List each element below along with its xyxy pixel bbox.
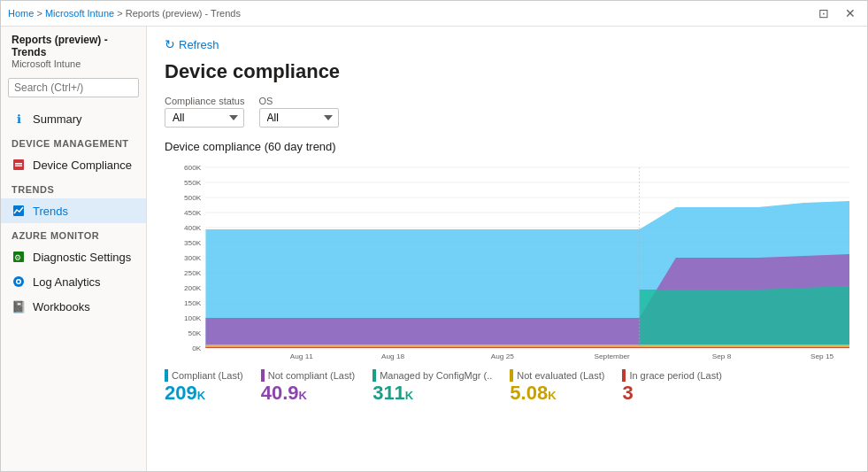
chart-container: 600K 550K 500K 450K 400K 350K <box>165 159 849 362</box>
sidebar-section-trends: Trends <box>1 177 146 198</box>
svg-text:400K: 400K <box>184 224 202 232</box>
svg-text:500K: 500K <box>184 194 202 202</box>
svg-text:550K: 550K <box>184 179 202 187</box>
chart-svg: 600K 550K 500K 450K 400K 350K <box>165 159 849 362</box>
sidebar-item-diagnostic-settings[interactable]: ⚙ Diagnostic Settings <box>1 244 146 269</box>
svg-text:0K: 0K <box>192 344 202 352</box>
sidebar-nav: ℹ Summary Device management Device Compl… <box>1 103 146 471</box>
sidebar-item-summary[interactable]: ℹ Summary <box>1 106 146 131</box>
compliance-filter-label: Compliance status <box>165 96 245 106</box>
device-compliance-icon <box>12 158 26 172</box>
sidebar-item-label: Diagnostic Settings <box>33 251 131 264</box>
breadcrumb-current: Reports (preview) - Trends <box>126 8 241 19</box>
svg-rect-2 <box>15 166 22 167</box>
sidebar-item-label: Log Analytics <box>33 275 101 289</box>
compliance-status-select[interactable]: All Compliant Not compliant <box>165 108 244 128</box>
svg-text:Aug 18: Aug 18 <box>381 352 405 360</box>
legend-grace-period: In grace period (Last) 3 <box>622 369 722 405</box>
x-axis: Aug 11 Aug 18 Aug 25 September Sep 8 Sep… <box>290 352 834 360</box>
sidebar-item-label: Device Compliance <box>33 159 132 172</box>
sidebar-item-log-analytics[interactable]: Log Analytics <box>1 269 146 294</box>
sidebar-item-workbooks[interactable]: 📓 Workbooks <box>1 294 146 319</box>
filters: Compliance status All Compliant Not comp… <box>165 96 849 128</box>
breadcrumb-home[interactable]: Home <box>8 8 34 19</box>
legend-managed-value: 311K <box>373 382 492 405</box>
sidebar-item-trends[interactable]: Trends <box>1 198 146 223</box>
svg-text:450K: 450K <box>184 209 202 217</box>
legend-not-evaluated-value: 5.08K <box>510 382 604 405</box>
refresh-label: Refresh <box>179 38 219 51</box>
svg-text:300K: 300K <box>184 254 202 262</box>
legend-not-evaluated-label: Not evaluated (Last) <box>510 369 604 382</box>
diagnostic-icon: ⚙ <box>12 250 26 264</box>
window-minimize-button[interactable]: ⊡ <box>814 4 833 22</box>
refresh-button[interactable]: ↻ Refresh <box>165 37 219 51</box>
svg-text:⚙: ⚙ <box>14 253 21 262</box>
svg-rect-1 <box>15 163 22 165</box>
os-select[interactable]: All Windows iOS Android <box>259 108 339 128</box>
svg-text:Sep 8: Sep 8 <box>712 352 732 360</box>
sidebar-item-label: Trends <box>33 205 68 218</box>
trends-icon <box>12 204 26 218</box>
refresh-icon: ↻ <box>165 37 175 51</box>
chart-title: Device compliance (60 day trend) <box>165 140 849 153</box>
content-area: ↻ Refresh Device compliance Compliance s… <box>147 27 867 471</box>
legend-compliant-value: 209K <box>165 382 243 405</box>
legend: Compliant (Last) 209K Not compliant (Las… <box>165 369 849 405</box>
legend-not-compliant-label: Not compliant (Last) <box>261 369 355 382</box>
svg-text:150K: 150K <box>184 299 202 307</box>
grace-period-area <box>205 347 849 348</box>
svg-point-8 <box>18 281 20 283</box>
breadcrumb: Home > Microsoft Intune > Reports (previ… <box>8 8 241 19</box>
sidebar-subtitle: Microsoft Intune <box>12 58 135 69</box>
workbooks-icon: 📓 <box>12 299 26 313</box>
breadcrumb-intune[interactable]: Microsoft Intune <box>45 8 114 19</box>
compliance-filter-group: Compliance status All Compliant Not comp… <box>165 96 245 128</box>
sidebar-item-label: Summary <box>33 112 82 126</box>
legend-grace-period-label: In grace period (Last) <box>622 369 722 382</box>
chart-section: Device compliance (60 day trend) 600K 55… <box>165 140 849 405</box>
sidebar-title: Reports (preview) - Trends <box>12 34 135 58</box>
compliant-color-bar <box>165 369 168 382</box>
legend-managed-label: Managed by ConfigMgr (.. <box>373 369 492 382</box>
page-heading: Device compliance <box>165 60 849 83</box>
sidebar-section-device-management: Device management <box>1 131 146 152</box>
toolbar: ↻ Refresh <box>165 37 849 51</box>
sidebar: Reports (preview) - Trends Microsoft Int… <box>1 27 147 471</box>
legend-not-compliant-value: 40.9K <box>261 382 355 405</box>
sidebar-item-label: Workbooks <box>33 300 90 313</box>
svg-text:September: September <box>595 352 631 360</box>
svg-text:200K: 200K <box>184 284 202 292</box>
info-icon: ℹ <box>12 112 26 126</box>
managed-area <box>640 286 849 348</box>
svg-text:350K: 350K <box>184 239 202 247</box>
svg-text:250K: 250K <box>184 269 202 277</box>
legend-compliant-label: Compliant (Last) <box>165 369 243 382</box>
window-close-button[interactable]: ✕ <box>841 4 860 22</box>
sidebar-header: Reports (preview) - Trends Microsoft Int… <box>1 27 146 73</box>
os-filter-group: OS All Windows iOS Android <box>259 96 339 128</box>
grace-period-color-bar <box>622 369 626 382</box>
svg-text:50K: 50K <box>188 329 202 337</box>
not-compliant-color-bar <box>261 369 265 382</box>
log-analytics-icon <box>12 275 26 289</box>
os-filter-label: OS <box>259 96 339 106</box>
legend-not-evaluated: Not evaluated (Last) 5.08K <box>510 369 604 405</box>
sidebar-section-azure-monitor: Azure Monitor <box>1 223 146 244</box>
legend-managed: Managed by ConfigMgr (.. 311K <box>373 369 492 405</box>
sidebar-item-device-compliance[interactable]: Device Compliance <box>1 152 146 177</box>
search-input[interactable] <box>8 78 139 97</box>
legend-not-compliant: Not compliant (Last) 40.9K <box>261 369 355 405</box>
legend-grace-period-value: 3 <box>622 382 722 405</box>
svg-text:Sep 15: Sep 15 <box>810 352 834 360</box>
svg-text:600K: 600K <box>184 164 202 172</box>
svg-text:Aug 11: Aug 11 <box>290 352 314 360</box>
app-window: Home > Microsoft Intune > Reports (previ… <box>0 0 868 472</box>
main-layout: Reports (preview) - Trends Microsoft Int… <box>1 27 867 471</box>
svg-text:100K: 100K <box>184 314 202 322</box>
svg-rect-0 <box>13 159 24 170</box>
sidebar-search-container: « <box>1 73 146 103</box>
not-evaluated-color-bar <box>510 369 513 382</box>
svg-text:Aug 25: Aug 25 <box>491 352 515 360</box>
managed-color-bar <box>373 369 376 382</box>
